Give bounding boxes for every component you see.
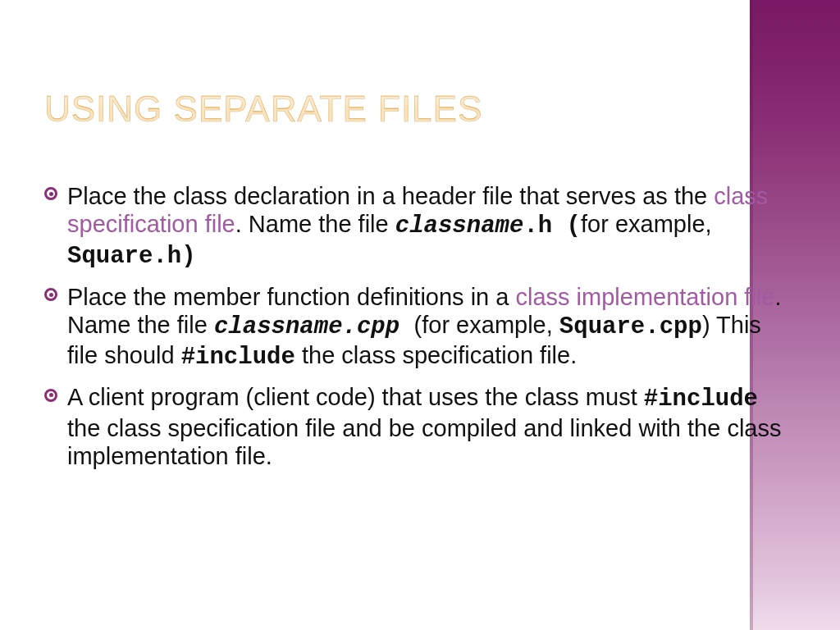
highlighted-term: class implementation file — [515, 284, 774, 310]
text-run: (for example, — [414, 312, 559, 338]
text-run: the class specification file. — [295, 342, 577, 368]
code-italic: classname — [395, 212, 524, 240]
bullet-target-icon — [44, 389, 57, 402]
text-run: A client program (client code) that uses… — [67, 384, 644, 410]
text-run: Place the member function definitions in… — [67, 284, 515, 310]
bullet-target-icon — [44, 288, 57, 301]
text-run: the class specification file and be comp… — [67, 415, 781, 469]
bullet-list: Place the class declaration in a header … — [44, 182, 797, 482]
bullet-target-icon — [44, 187, 57, 200]
code-run: .h ( — [523, 212, 581, 240]
text-run: . Name the file — [235, 211, 395, 237]
bullet-item-1: Place the class declaration in a header … — [44, 182, 797, 272]
code-run: Square.h — [67, 243, 181, 270]
text-run: for example, — [581, 211, 712, 237]
bullet-item-2: Place the member function definitions in… — [44, 283, 797, 372]
text-run: Place the class declaration in a header … — [67, 183, 714, 209]
bullet-item-3: A client program (client code) that uses… — [44, 383, 797, 470]
code-run: #include — [644, 386, 758, 413]
code-run: #include — [181, 344, 295, 371]
code-italic: classname.cpp — [214, 313, 414, 340]
slide-title: USING SEPARATE FILES — [44, 89, 482, 130]
code-run: Square.cpp — [559, 313, 702, 340]
code-run: ) — [181, 243, 195, 270]
slide-content: USING SEPARATE FILES Place the class dec… — [0, 0, 840, 630]
